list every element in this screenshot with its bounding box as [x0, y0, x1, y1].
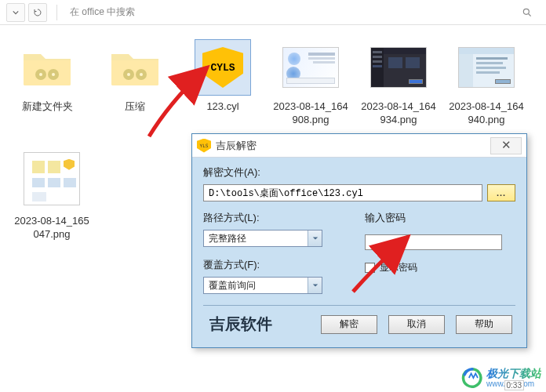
- timestamp-overlay: 0:33: [504, 380, 524, 390]
- watermark-name: 极光下载站: [486, 368, 541, 379]
- image-item[interactable]: 2023-08-14_165047.png: [13, 147, 91, 246]
- overwrite-mode-combo[interactable]: 覆盖前询问: [203, 277, 322, 294]
- svg-point-5: [52, 73, 55, 76]
- close-button[interactable]: ✕: [490, 137, 522, 154]
- browse-button[interactable]: ...: [487, 184, 515, 201]
- path-mode-combo[interactable]: 完整路径: [203, 230, 322, 247]
- app-shield-icon: YLS: [197, 139, 211, 153]
- path-mode-value: 完整路径: [204, 230, 308, 246]
- folder-item[interactable]: 新建文件夹: [8, 39, 86, 132]
- dialog-title: 吉辰解密: [216, 139, 490, 153]
- search-icon[interactable]: [515, 7, 540, 18]
- svg-point-7: [127, 73, 130, 76]
- chevron-down-icon: [308, 230, 322, 246]
- file-label: 123.cyl: [206, 100, 238, 114]
- overwrite-label: 覆盖方式(F):: [203, 258, 337, 272]
- search-placeholder[interactable]: 在 office 中搜索: [64, 5, 515, 19]
- file-label: 2023-08-14_164934.png: [359, 100, 438, 127]
- path-mode-label: 路径方式(L):: [203, 211, 337, 225]
- svg-point-3: [39, 73, 42, 76]
- file-label: 2023-08-14_165047.png: [13, 215, 91, 241]
- svg-point-0: [523, 9, 529, 14]
- cancel-button[interactable]: 取消: [388, 315, 445, 334]
- help-button[interactable]: 帮助: [456, 315, 512, 334]
- refresh-button[interactable]: [28, 3, 47, 22]
- decrypt-file-label: 解密文件(A):: [203, 165, 515, 180]
- svg-line-1: [529, 13, 531, 16]
- password-input[interactable]: [365, 234, 502, 250]
- brand-label: 吉辰软件: [209, 314, 272, 335]
- image-item[interactable]: 2023-08-14_164940.png: [447, 39, 526, 132]
- overwrite-value: 覆盖前询问: [204, 278, 308, 293]
- folder-item[interactable]: 压缩: [96, 39, 174, 132]
- svg-point-9: [140, 73, 143, 76]
- toolbar: 在 office 中搜索: [0, 0, 546, 25]
- nav-dropdown[interactable]: [6, 3, 25, 22]
- show-password-label: 显示密码: [380, 261, 417, 274]
- decrypt-dialog: YLS 吉辰解密 ✕ 解密文件(A): ... 路径方式(L): 完整路径: [191, 133, 527, 348]
- dialog-titlebar[interactable]: YLS 吉辰解密 ✕: [192, 134, 526, 158]
- file-label: 2023-08-14_164908.png: [271, 100, 350, 127]
- decrypt-button[interactable]: 解密: [321, 315, 377, 334]
- explorer-window: 在 office 中搜索 新建文件夹: [0, 0, 546, 392]
- chevron-down-icon: [308, 278, 322, 293]
- image-item[interactable]: 2023-08-14_164908.png: [271, 39, 350, 132]
- file-item-selected[interactable]: CYLS 123.cyl: [184, 39, 262, 132]
- watermark: 极光下载站 www.xz7.com: [461, 367, 541, 389]
- password-label: 输入密码: [365, 211, 515, 225]
- file-path-input[interactable]: [203, 184, 482, 201]
- show-password-checkbox[interactable]: [365, 263, 375, 273]
- file-label: 压缩: [125, 100, 145, 114]
- image-item[interactable]: 2023-08-14_164934.png: [359, 39, 438, 132]
- file-label: 新建文件夹: [22, 100, 73, 114]
- cyl-shield-icon: CYLS: [202, 47, 243, 88]
- file-label: 2023-08-14_164940.png: [447, 100, 526, 127]
- watermark-logo-icon: [461, 367, 483, 389]
